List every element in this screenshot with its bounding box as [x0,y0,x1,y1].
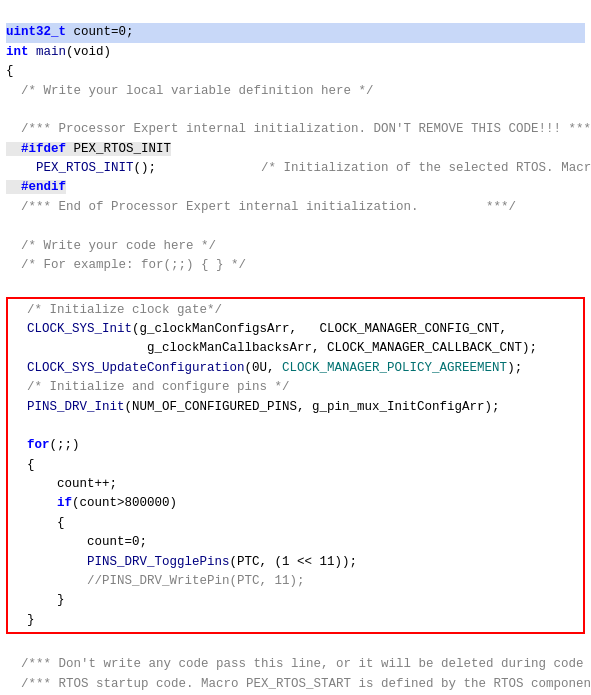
line-5: /*** Processor Expert internal initializ… [6,122,591,136]
line-r8: { [12,458,35,472]
user-code-block: /* Initialize clock gate*/ CLOCK_SYS_Ini… [6,297,585,634]
line-r1: /* Initialize clock gate*/ [12,303,222,317]
line-2: int main(void) [6,45,111,59]
line-9: /*** End of Processor Expert internal in… [6,200,516,214]
line-r7: for(;;) [12,438,80,452]
line-8: #endif [6,180,66,194]
line-r9: count++; [12,477,117,491]
line-r5: /* Initialize and configure pins */ [12,380,290,394]
line-r10: if(count>800000) [12,496,177,510]
line-3: { [6,64,14,78]
line-1: uint32_t count=0; [6,25,585,39]
line-4: /* Write your local variable definition … [6,84,374,98]
line-r12: count=0; [12,535,147,549]
line-r16: } [12,613,35,627]
line-11: /* For example: for(;;) { } */ [6,258,246,272]
line-13: /*** RTOS startup code. Macro PEX_RTOS_S… [6,677,591,691]
line-r11: { [12,516,65,530]
line-r6: PINS_DRV_Init(NUM_OF_CONFIGURED_PINS, g_… [12,400,500,414]
code-editor: uint32_t count=0; int main(void) { /* Wr… [0,0,591,695]
line-10: /* Write your code here */ [6,239,216,253]
line-r3: g_clockManCallbacksArr, CLOCK_MANAGER_CA… [12,341,537,355]
line-12: /*** Don't write any code pass this line… [6,657,591,671]
line-r14: //PINS_DRV_WritePin(PTC, 11); [12,574,305,588]
line-7: PEX_RTOS_INIT(); /* Initialization of th… [6,161,591,175]
line-r4: CLOCK_SYS_UpdateConfiguration(0U, CLOCK_… [12,361,522,375]
line-6: #ifdef PEX_RTOS_INIT [6,142,171,156]
line-r13: PINS_DRV_TogglePins(PTC, (1 << 11)); [12,555,357,569]
line-r2: CLOCK_SYS_Init(g_clockManConfigsArr, CLO… [12,322,507,336]
line-r15: } [12,593,65,607]
